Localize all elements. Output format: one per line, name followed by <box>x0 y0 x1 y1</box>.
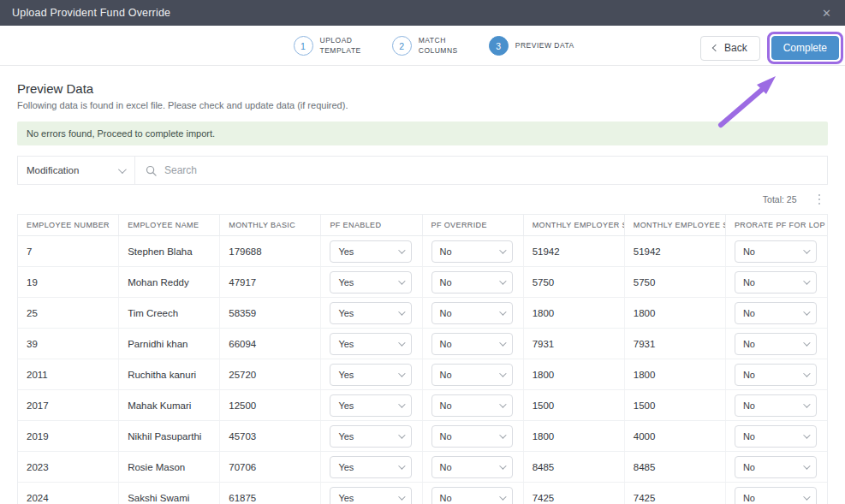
prorate-pf-select[interactable]: No <box>735 271 817 294</box>
cell-employee-number: 2011 <box>18 359 119 389</box>
column-header: MONTHLY EMPLOYEE SHA... <box>625 215 726 235</box>
pf-override-select[interactable]: No <box>431 456 513 478</box>
cell-prorate-pf: No <box>726 329 827 359</box>
column-header: MONTHLY BASIC <box>220 215 321 235</box>
cell-monthly-employer-share: 1800 <box>524 298 625 328</box>
pf-override-select[interactable]: No <box>431 271 513 294</box>
cell-employee-name: Sakshi Swami <box>119 483 220 504</box>
pf-enabled-select[interactable]: Yes <box>330 302 411 324</box>
prorate-pf-select[interactable]: No <box>735 302 817 324</box>
chevron-down-icon <box>398 277 405 284</box>
cell-monthly-employee-share: 1800 <box>625 359 726 389</box>
chevron-down-icon <box>803 400 810 407</box>
cell-prorate-pf: No <box>726 236 827 266</box>
prorate-pf-select[interactable]: No <box>735 240 817 263</box>
modification-dropdown-value: Modification <box>27 165 79 175</box>
pf-enabled-select[interactable]: Yes <box>330 271 411 294</box>
pf-enabled-select[interactable]: Yes <box>330 240 411 263</box>
prorate-pf-select[interactable]: No <box>735 456 817 478</box>
preview-data-table: EMPLOYEE NUMBEREMPLOYEE NAMEMONTHLY BASI… <box>17 214 828 504</box>
column-header: MONTHLY EMPLOYER SHA... <box>524 215 625 235</box>
cell-monthly-basic: 12500 <box>220 390 321 420</box>
modal-header: Upload Provident Fund Override ✕ <box>0 0 845 26</box>
column-header: PF ENABLED <box>321 215 422 235</box>
complete-button[interactable]: Complete <box>771 36 839 60</box>
prorate-pf-select[interactable]: No <box>735 425 817 448</box>
select-value: Yes <box>338 493 354 503</box>
cell-pf-enabled: Yes <box>321 421 422 451</box>
select-value: No <box>743 246 755 257</box>
pf-override-select[interactable]: No <box>431 425 513 448</box>
select-value: No <box>743 462 755 472</box>
prorate-pf-select[interactable]: No <box>735 487 817 504</box>
cell-prorate-pf: No <box>726 483 827 504</box>
pf-enabled-select[interactable]: Yes <box>330 394 411 417</box>
chevron-down-icon <box>803 370 810 377</box>
kebab-menu-icon[interactable] <box>816 192 824 208</box>
filter-bar: Modification <box>17 156 828 185</box>
select-value: Yes <box>338 246 354 257</box>
pf-override-select[interactable]: No <box>431 240 513 263</box>
table-row: 39Parnidhi khan66094YesNo79317931No <box>18 329 827 359</box>
chevron-down-icon <box>499 308 506 315</box>
prorate-pf-select[interactable]: No <box>735 333 817 355</box>
pf-override-select[interactable]: No <box>431 333 513 355</box>
search-input[interactable] <box>164 164 817 176</box>
pf-override-select[interactable]: No <box>431 487 513 504</box>
select-value: No <box>743 339 755 349</box>
pf-override-select[interactable]: No <box>431 394 513 417</box>
step-2-label: MATCH COLUMNS <box>419 36 458 56</box>
select-value: No <box>440 462 452 472</box>
pf-enabled-select[interactable]: Yes <box>330 333 411 355</box>
cell-pf-enabled: Yes <box>321 483 422 504</box>
table-row: 2019Nikhil Pasuparthi45703YesNo18004000N… <box>18 421 827 452</box>
cell-pf-override: No <box>423 483 524 504</box>
cell-monthly-employer-share: 51942 <box>524 236 625 266</box>
cell-pf-override: No <box>423 267 524 297</box>
back-button[interactable]: Back <box>700 36 760 61</box>
cell-pf-enabled: Yes <box>321 329 422 359</box>
chevron-down-icon <box>398 246 405 253</box>
table-row: 2011Ruchitha kanuri25720YesNo18001800No <box>18 359 827 390</box>
close-icon[interactable]: ✕ <box>822 8 831 19</box>
chevron-down-icon <box>803 462 810 469</box>
cell-pf-enabled: Yes <box>321 267 422 297</box>
cell-pf-override: No <box>423 298 524 328</box>
pf-override-select[interactable]: No <box>431 364 513 386</box>
cell-pf-enabled: Yes <box>321 236 422 266</box>
select-value: No <box>440 308 452 318</box>
select-value: No <box>743 308 755 318</box>
table-row: 7Stephen Blaha179688YesNo5194251942No <box>18 236 827 267</box>
cell-prorate-pf: No <box>726 452 827 482</box>
cell-employee-number: 2019 <box>18 421 119 451</box>
cell-employee-number: 19 <box>18 267 119 297</box>
cell-pf-override: No <box>423 452 524 482</box>
pf-enabled-select[interactable]: Yes <box>330 487 411 504</box>
success-alert: No errors found, Proceed to complete imp… <box>17 122 828 145</box>
cell-monthly-employee-share: 7931 <box>625 329 726 359</box>
chevron-down-icon <box>398 339 405 346</box>
select-value: No <box>440 400 452 411</box>
pf-enabled-select[interactable]: Yes <box>330 364 411 386</box>
modification-dropdown[interactable]: Modification <box>18 157 135 184</box>
select-value: No <box>440 431 452 442</box>
pf-override-select[interactable]: No <box>431 302 513 324</box>
cell-prorate-pf: No <box>726 298 827 328</box>
select-value: No <box>440 339 452 349</box>
cell-employee-name: Parnidhi khan <box>119 329 220 359</box>
prorate-pf-select[interactable]: No <box>735 394 817 417</box>
cell-monthly-employer-share: 1800 <box>524 421 625 451</box>
step-preview-data: 3 PREVIEW DATA <box>489 36 574 56</box>
cell-pf-override: No <box>423 390 524 420</box>
prorate-pf-select[interactable]: No <box>735 364 817 386</box>
pf-enabled-select[interactable]: Yes <box>330 425 411 448</box>
annotation-highlight-box: Complete <box>767 32 843 64</box>
cell-pf-override: No <box>423 421 524 451</box>
select-value: Yes <box>338 339 354 349</box>
cell-employee-name: Rosie Mason <box>119 452 220 482</box>
chevron-down-icon <box>499 370 506 377</box>
chevron-down-icon <box>499 493 506 500</box>
column-header: EMPLOYEE NUMBER <box>18 215 119 235</box>
pf-enabled-select[interactable]: Yes <box>330 456 411 478</box>
chevron-down-icon <box>398 431 405 438</box>
